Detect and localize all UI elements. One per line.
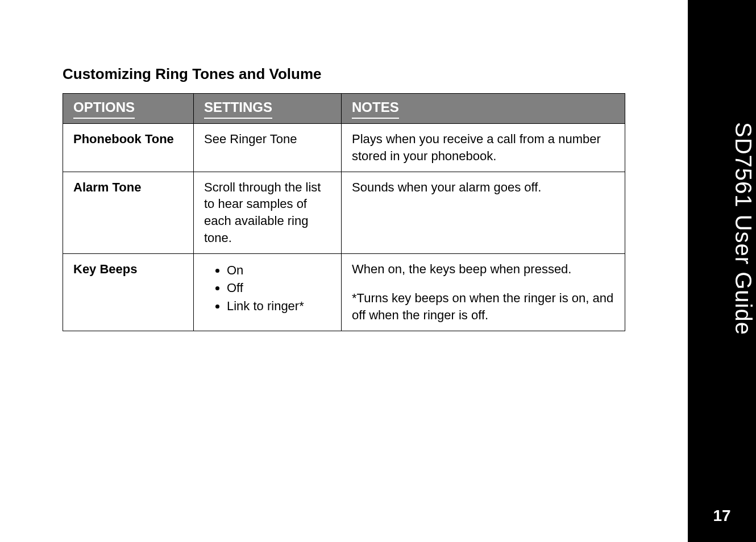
option-cell: Alarm Tone	[63, 172, 194, 253]
settings-list-item: Link to ringer*	[227, 298, 331, 315]
option-cell: Key Beeps	[63, 253, 194, 331]
settings-list-item: Off	[227, 280, 331, 297]
options-table-body: Phonebook ToneSee Ringer TonePlays when …	[63, 124, 625, 331]
page-number: 17	[688, 507, 756, 525]
col-header-notes: NOTES	[342, 94, 625, 124]
table-row: Alarm ToneScroll through the list to hea…	[63, 172, 625, 253]
notes-paragraph: When on, the keys beep when pressed.	[352, 261, 614, 278]
notes-paragraph: Sounds when your alarm goes off.	[352, 179, 614, 196]
settings-cell: See Ringer Tone	[194, 124, 342, 172]
col-header-options: OPTIONS	[63, 94, 194, 124]
settings-list: OnOffLink to ringer*	[204, 262, 331, 315]
settings-cell: Scroll through the list to hear samples …	[194, 172, 342, 253]
notes-paragraph: Plays when you receive a call from a num…	[352, 131, 614, 164]
settings-list-item: On	[227, 262, 331, 279]
settings-cell: OnOffLink to ringer*	[194, 253, 342, 331]
option-cell: Phonebook Tone	[63, 124, 194, 172]
notes-paragraph: *Turns key beeps on when the ringer is o…	[352, 290, 614, 323]
side-tab-title: SD7561 User Guide	[688, 122, 756, 335]
table-row: Key BeepsOnOffLink to ringer*When on, th…	[63, 253, 625, 331]
col-header-settings: SETTINGS	[194, 94, 342, 124]
notes-cell: When on, the keys beep when pressed.*Tur…	[342, 253, 625, 331]
notes-cell: Plays when you receive a call from a num…	[342, 124, 625, 172]
section-title: Customizing Ring Tones and Volume	[63, 65, 625, 83]
options-table: OPTIONS SETTINGS NOTES Phonebook ToneSee…	[63, 93, 625, 331]
notes-cell: Sounds when your alarm goes off.	[342, 172, 625, 253]
table-row: Phonebook ToneSee Ringer TonePlays when …	[63, 124, 625, 172]
side-tab: SD7561 User Guide 17	[688, 0, 756, 542]
